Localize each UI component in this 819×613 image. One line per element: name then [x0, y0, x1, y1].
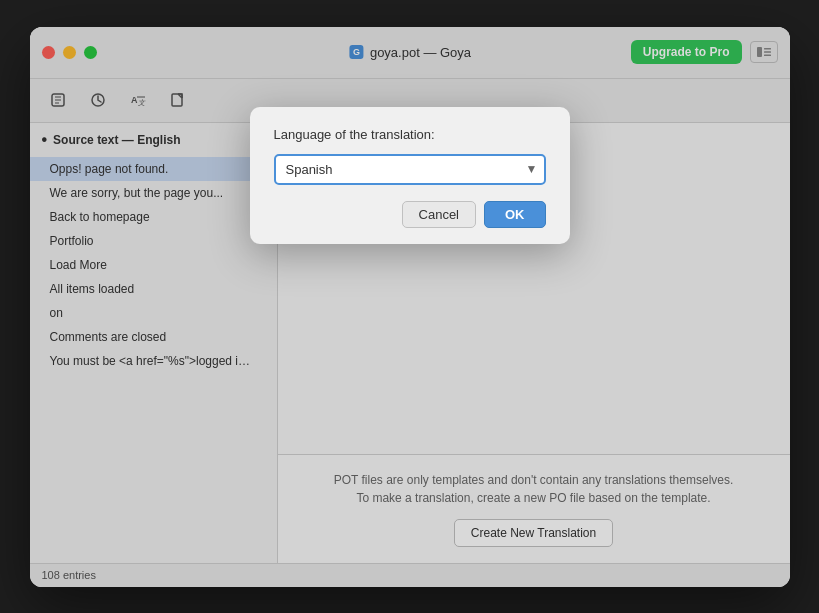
language-select-wrapper: Spanish French German Italian Portuguese… — [274, 154, 546, 185]
language-dialog: Language of the translation: Spanish Fre… — [250, 107, 570, 244]
modal-buttons: Cancel OK — [274, 201, 546, 228]
ok-button[interactable]: OK — [484, 201, 546, 228]
language-select[interactable]: Spanish French German Italian Portuguese… — [274, 154, 546, 185]
cancel-button[interactable]: Cancel — [402, 201, 476, 228]
app-window: G goya.pot — Goya Upgrade to Pro — [30, 27, 790, 587]
modal-overlay: Language of the translation: Spanish Fre… — [30, 27, 790, 587]
modal-title: Language of the translation: — [274, 127, 546, 142]
